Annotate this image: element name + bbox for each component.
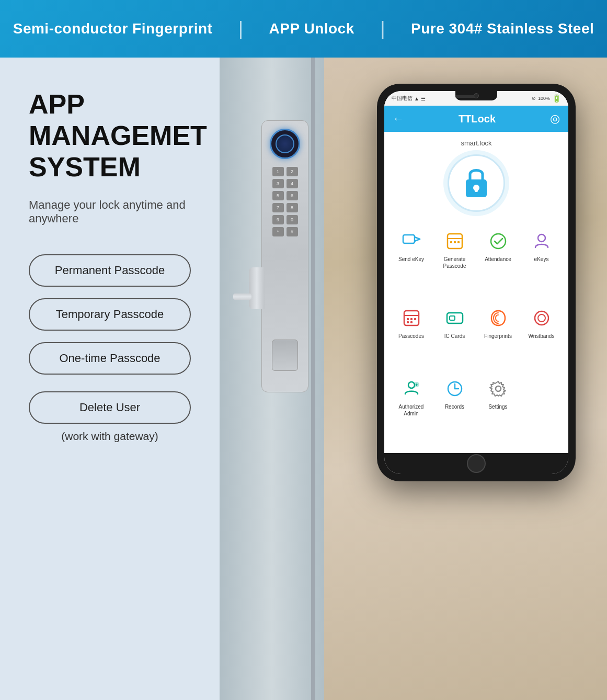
- svg-rect-10: [457, 241, 460, 243]
- fingerprints-label: Fingerprints: [484, 333, 512, 340]
- records-icon: [443, 377, 466, 400]
- one-time-passcode-button[interactable]: One-time Passcode: [29, 342, 191, 375]
- key-hash: #: [287, 227, 298, 236]
- fingerprints-icon: [487, 307, 510, 330]
- svg-rect-9: [454, 241, 456, 243]
- svg-rect-2: [475, 188, 478, 192]
- grid-authorized-admin[interactable]: + AuthorizedAdmin: [390, 372, 433, 449]
- grid-settings[interactable]: Settings: [476, 372, 520, 449]
- authorized-admin-icon: +: [400, 377, 423, 400]
- app-title: APP MANAGEMET SYSTEM: [29, 89, 199, 183]
- status-carrier: 中国电信 ▲ ☰: [392, 95, 426, 102]
- ic-cards-icon: [443, 307, 466, 330]
- svg-rect-21: [450, 316, 455, 320]
- wristbands-icon: [530, 307, 553, 330]
- phone-screen: 中国电信 ▲ ☰ 5:39 PM ⊙ 100% 🔋 ← TTLock: [384, 91, 568, 474]
- gateway-note: (work with gateway): [29, 430, 191, 443]
- status-battery: ⊙ 100% 🔋: [532, 94, 561, 103]
- key-5: 5: [272, 191, 284, 200]
- key-8: 8: [287, 203, 298, 212]
- top-banner: Semi-conductor Fingerprint | APP Unlock …: [0, 0, 607, 58]
- app-grid: Send eKey GeneratePasscode: [384, 220, 568, 453]
- scan-icon[interactable]: ◎: [550, 112, 560, 126]
- lock-name: smart.lock: [461, 139, 491, 147]
- right-panel: 1 2 3 4 5 6 7 8 9 0 * #: [220, 58, 607, 700]
- wristbands-label: Wristbands: [529, 333, 555, 340]
- grid-ic-cards[interactable]: IC Cards: [433, 301, 476, 371]
- door-handle-bar: [233, 293, 251, 300]
- fingerprint-sensor: [270, 129, 300, 159]
- svg-point-22: [535, 311, 548, 325]
- permanent-passcode-button[interactable]: Permanent Passcode: [29, 254, 191, 287]
- lock-device: 1 2 3 4 5 6 7 8 9 0 * #: [261, 120, 308, 392]
- app-title-ttlock: TTLock: [459, 113, 496, 125]
- svg-rect-15: [407, 318, 409, 320]
- passcodes-icon: [400, 307, 423, 330]
- divider-2: |: [380, 18, 385, 40]
- delete-user-section: Delete User (work with gateway): [29, 391, 199, 443]
- svg-line-5: [415, 239, 420, 241]
- grid-fingerprints[interactable]: Fingerprints: [476, 301, 520, 371]
- phone-body: 中国电信 ▲ ☰ 5:39 PM ⊙ 100% 🔋 ← TTLock: [377, 84, 576, 481]
- feature-stainless-steel: Pure 304# Stainless Steel: [411, 20, 594, 37]
- send-ekey-label: Send eKey: [398, 256, 424, 263]
- grid-send-ekey[interactable]: Send eKey: [390, 224, 433, 301]
- grid-ekeys[interactable]: eKeys: [520, 224, 563, 301]
- attendance-icon: [487, 230, 510, 253]
- key-1: 1: [272, 167, 284, 176]
- lock-display: smart.lock: [384, 132, 568, 220]
- lock-circle[interactable]: [448, 154, 505, 212]
- send-ekey-icon: [400, 230, 423, 253]
- generate-passcode-label: GeneratePasscode: [443, 256, 466, 269]
- temporary-passcode-button[interactable]: Temporary Passcode: [29, 298, 191, 331]
- key-6: 6: [287, 191, 298, 200]
- door-frame: [311, 58, 315, 700]
- phone-speaker: [455, 95, 476, 98]
- grid-attendance[interactable]: Attendance: [476, 224, 520, 301]
- key-2: 2: [287, 167, 298, 176]
- delete-user-button[interactable]: Delete User: [29, 391, 191, 424]
- svg-rect-19: [410, 321, 413, 323]
- subtitle: Manage your lock anytime and anywhere: [29, 198, 199, 225]
- generate-passcode-icon: [443, 230, 466, 253]
- passcodes-label: Passcodes: [398, 333, 424, 340]
- phone-mockup: 中国电信 ▲ ☰ 5:39 PM ⊙ 100% 🔋 ← TTLock: [377, 84, 576, 481]
- svg-rect-17: [414, 318, 416, 320]
- feature-app-unlock: APP Unlock: [269, 20, 354, 37]
- app-header: ← TTLock ◎: [384, 106, 568, 132]
- feature-fingerprint: Semi-conductor Fingerprint: [13, 20, 213, 37]
- divider-1: |: [238, 18, 243, 40]
- key-0: 0: [287, 215, 298, 224]
- lock-icon-svg: [461, 165, 492, 201]
- records-label: Records: [445, 403, 464, 410]
- key-star: *: [272, 227, 284, 236]
- grid-records[interactable]: Records: [433, 372, 476, 449]
- ic-cards-label: IC Cards: [444, 333, 465, 340]
- settings-label: Settings: [488, 403, 507, 410]
- svg-text:+: +: [415, 382, 418, 388]
- key-3: 3: [272, 179, 284, 188]
- back-button[interactable]: ←: [393, 112, 404, 126]
- phone-camera: [474, 93, 479, 98]
- main-content: APP MANAGEMET SYSTEM Manage your lock an…: [0, 58, 607, 700]
- key-7: 7: [272, 203, 284, 212]
- home-button[interactable]: [467, 454, 486, 473]
- settings-icon: [487, 377, 510, 400]
- grid-wristbands[interactable]: Wristbands: [520, 301, 563, 371]
- svg-rect-8: [450, 241, 452, 243]
- svg-rect-18: [407, 321, 409, 323]
- svg-point-11: [491, 234, 506, 249]
- svg-point-23: [538, 314, 545, 322]
- grid-generate-passcode[interactable]: GeneratePasscode: [433, 224, 476, 301]
- home-button-area: [384, 453, 568, 474]
- ekeys-label: eKeys: [534, 256, 549, 263]
- attendance-label: Attendance: [485, 256, 511, 263]
- card-reader: [272, 340, 298, 371]
- key-9: 9: [272, 215, 284, 224]
- keypad: 1 2 3 4 5 6 7 8 9 0 * #: [272, 167, 298, 236]
- grid-passcodes[interactable]: Passcodes: [390, 301, 433, 371]
- key-4: 4: [287, 179, 298, 188]
- svg-point-24: [408, 382, 415, 388]
- svg-rect-3: [403, 235, 415, 243]
- door-handle-outer: [249, 267, 265, 309]
